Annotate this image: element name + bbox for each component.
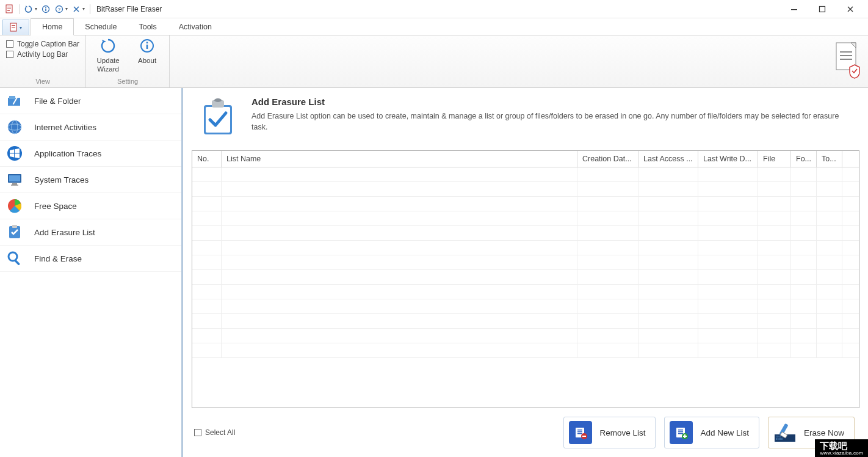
table-cell [758,255,791,269]
table-cell [791,314,817,328]
activity-log-checkbox[interactable]: Activity Log Bar [6,50,79,59]
maximize-button[interactable] [808,0,836,18]
toggle-caption-checkbox[interactable]: Toggle Caption Bar [6,40,79,48]
remove-list-icon [569,421,592,444]
select-all-checkbox[interactable]: Select All [194,428,235,437]
body: File & Folder Internet Activities Applic… [0,88,868,457]
ribbon-group-view: Toggle Caption Bar Activity Log Bar View [0,35,86,87]
table-header: No.List NameCreation Dat...Last Access .… [192,151,859,167]
column-header[interactable]: List Name [222,151,577,167]
table-cell [758,211,791,225]
table-cell [791,182,817,196]
remove-list-button[interactable]: Remove List [563,417,656,448]
table-cell [577,197,638,211]
tab-home[interactable]: Home [31,18,74,35]
checkbox-label: Activity Log Bar [17,50,68,59]
table-cell [791,299,817,313]
table-cell [791,255,817,269]
sidebar-item-free-space[interactable]: Free Space [0,193,181,219]
table-cell [791,285,817,299]
add-new-list-button[interactable]: Add New List [664,417,759,448]
qat-customize-caret[interactable]: ▾ [82,6,85,12]
ribbon-right-icon[interactable] [833,40,861,79]
table-cell [577,211,638,225]
sidebar-item-label: Find & Erase [34,254,82,263]
table-cell [222,241,577,255]
update-wizard-button[interactable]: Update Wizard [92,38,124,74]
table-cell [577,343,638,357]
windows-icon [6,145,23,162]
table-row [192,314,859,329]
table-cell [577,241,638,255]
qat-reload-icon[interactable] [23,3,35,15]
table-cell [698,255,758,269]
sidebar-item-label: Internet Activities [34,123,96,132]
search-icon [6,250,23,267]
about-button[interactable]: About [131,38,163,65]
qat-separator-2 [90,4,90,14]
close-button[interactable] [836,0,864,18]
sidebar-item-internet[interactable]: Internet Activities [0,114,181,141]
table-cell [758,182,791,196]
svg-rect-10 [820,6,825,12]
minimize-button[interactable] [780,0,808,18]
table-cell [758,299,791,313]
button-label: About [138,56,156,65]
table-row [192,329,859,343]
column-header[interactable]: Last Write D... [698,151,758,167]
column-header[interactable]: Creation Dat... [577,151,638,167]
qat-reload-caret[interactable]: ▾ [35,6,37,12]
table-row [192,285,859,299]
file-menu-button[interactable]: ▾ [2,20,29,35]
svg-rect-18 [840,51,852,53]
table-cell [817,211,842,225]
column-header[interactable]: No. [192,151,222,167]
column-header[interactable]: File [758,151,791,167]
column-header[interactable]: Last Access ... [638,151,698,167]
pie-icon [6,197,23,214]
table-cell [817,226,842,240]
tab-tools[interactable]: Tools [128,18,167,35]
svg-rect-30 [12,183,17,185]
table-cell [698,329,758,343]
table-cell [222,182,577,196]
table-cell [192,343,222,357]
svg-rect-19 [840,55,852,56]
qat-close-icon[interactable] [70,3,82,15]
table-cell [222,299,577,313]
qat-document-icon[interactable] [4,3,16,15]
qat-info-icon[interactable] [40,3,52,15]
sidebar-item-add-erasure-list[interactable]: Add Erasure List [0,219,181,246]
tab-label: Home [42,23,62,31]
table-cell [192,182,222,196]
sidebar-item-label: File & Folder [34,97,81,106]
table-row [192,182,859,197]
table-cell [192,255,222,269]
sidebar-item-app-traces[interactable]: Application Traces [0,141,181,167]
sidebar-item-file-folder[interactable]: File & Folder [0,88,181,114]
table-cell [222,226,577,240]
table-cell [698,167,758,181]
table-cell [192,299,222,313]
table-cell [758,314,791,328]
ribbon-group-title: View [6,78,79,86]
column-header[interactable]: To... [817,151,842,167]
svg-point-24 [8,120,21,134]
sidebar-item-find-erase[interactable]: Find & Erase [0,246,181,272]
qat-help-icon[interactable]: ? [53,3,65,15]
sidebar-item-system-traces[interactable]: System Traces [0,167,181,193]
ribbon-group-title: Setting [92,78,163,86]
qat-help-caret[interactable]: ▾ [65,6,68,12]
table-cell [758,285,791,299]
svg-point-27 [7,146,22,161]
table-row [192,197,859,211]
footer: Select All Remove List Add New List 1010… [192,408,859,452]
table-body [192,167,859,408]
tab-activation[interactable]: Activation [168,18,223,35]
tab-schedule[interactable]: Schedule [74,18,128,35]
svg-rect-50 [678,433,683,434]
checkbox-icon [194,429,201,436]
table-cell [758,241,791,255]
column-header[interactable]: Fo... [791,151,817,167]
table-cell [758,329,791,343]
